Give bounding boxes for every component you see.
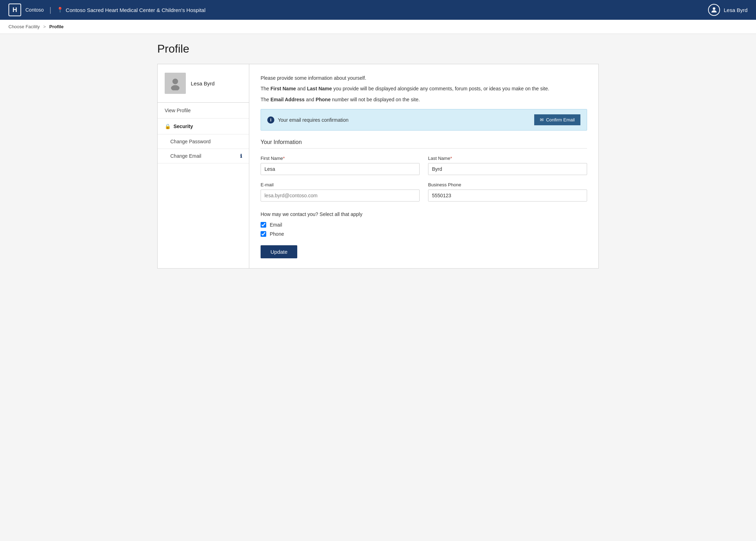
sidebar: Lesa Byrd View Profile 🔒 Security Change… [158,64,249,268]
phone-checkbox-item[interactable]: Phone [261,231,587,237]
change-email-label: Change Email [170,153,201,159]
sidebar-username: Lesa Byrd [191,80,215,86]
confirm-email-button[interactable]: ✉ Confirm Email [534,114,580,125]
lock-icon: 🔒 [165,124,171,129]
last-name-bold: Last Name [307,86,332,91]
alert-message: Your email requires confirmation [278,117,348,123]
brand-name: Contoso [25,7,44,13]
phone-input[interactable] [428,190,587,202]
email-group: E-mail [261,182,420,202]
change-email-info-icon: ℹ [240,153,242,159]
your-information-title: Your Information [261,139,587,149]
change-password-label: Change Password [170,139,211,144]
email-checkbox-item[interactable]: Email [261,222,587,228]
location-pin-icon: 📍 [57,7,63,13]
first-name-group: First Name* [261,156,420,175]
alert-banner-left: i Your email requires confirmation [267,116,348,124]
last-name-group: Last Name* [428,156,587,175]
sidebar-profile-card: Lesa Byrd [158,64,249,103]
intro-line1: Please provide some information about yo… [261,74,587,82]
brand-logo: H [8,4,21,16]
content-layout: Lesa Byrd View Profile 🔒 Security Change… [157,64,599,269]
phone-bold: Phone [316,97,331,102]
phone-checkbox[interactable] [261,231,266,237]
first-name-bold: First Name [270,86,296,91]
page-container: Profile Lesa Byrd View Profile 🔒 [149,34,607,277]
breadcrumb-current: Profile [49,24,63,29]
phone-checkbox-label: Phone [270,231,284,237]
svg-point-1 [172,79,178,84]
main-content: Please provide some information about yo… [249,64,598,268]
sidebar-item-change-password[interactable]: Change Password [158,134,249,149]
breadcrumb-separator: > [43,24,46,29]
contact-form-row: E-mail Business Phone [261,182,587,202]
confirm-email-label: Confirm Email [546,117,575,122]
email-input[interactable] [261,190,420,202]
first-name-required: * [283,156,285,161]
contact-question: How may we contact you? Select all that … [261,211,587,217]
alert-info-icon: i [267,116,274,124]
phone-group: Business Phone [428,182,587,202]
security-label: Security [173,124,193,129]
header-username: Lesa Byrd [724,7,748,13]
email-checkbox[interactable] [261,222,266,228]
facility-name: Contoso Sacred Heart Medical Center & Ch… [66,7,205,13]
page-title: Profile [157,42,599,55]
contact-section: How may we contact you? Select all that … [261,211,587,258]
sidebar-item-change-email[interactable]: Change Email ℹ [158,149,249,163]
email-checkbox-label: Email [270,222,282,228]
checkbox-group: Email Phone [261,222,587,237]
svg-point-0 [713,7,715,10]
last-name-input[interactable] [428,163,587,175]
phone-label: Business Phone [428,182,587,187]
email-address-bold: Email Address [270,97,305,102]
sidebar-security-header: 🔒 Security [158,119,249,134]
user-avatar-icon [708,4,720,16]
svg-point-2 [171,85,179,90]
breadcrumb-parent[interactable]: Choose Facility [8,24,40,29]
update-button[interactable]: Update [261,245,297,258]
sidebar-item-view-profile[interactable]: View Profile [158,103,249,119]
header-left: H Contoso | 📍 Contoso Sacred Heart Medic… [8,4,206,16]
sidebar-avatar [165,73,186,94]
header-user[interactable]: Lesa Byrd [708,4,748,16]
email-label: E-mail [261,182,420,187]
breadcrumb: Choose Facility > Profile [0,20,756,34]
last-name-label: Last Name* [428,156,587,161]
intro-line2: The First Name and Last Name you provide… [261,85,587,92]
app-header: H Contoso | 📍 Contoso Sacred Heart Medic… [0,0,756,20]
name-form-row: First Name* Last Name* [261,156,587,175]
facility-name-container: 📍 Contoso Sacred Heart Medical Center & … [57,7,205,13]
header-divider: | [49,6,51,14]
intro-line3: The Email Address and Phone number will … [261,96,587,103]
view-profile-label: View Profile [165,108,191,113]
first-name-label: First Name* [261,156,420,161]
email-icon: ✉ [540,117,544,122]
last-name-required: * [450,156,452,161]
first-name-input[interactable] [261,163,420,175]
alert-banner: i Your email requires confirmation ✉ Con… [261,109,587,131]
